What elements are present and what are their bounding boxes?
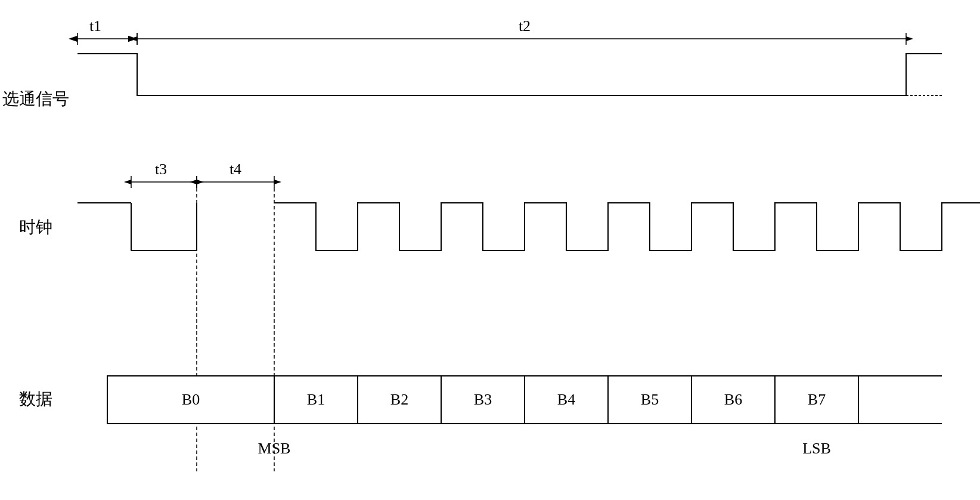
lsb-label: LSB: [802, 440, 831, 457]
svg-marker-5: [906, 36, 913, 41]
clock-label: 时钟: [19, 218, 52, 236]
t2-label: t2: [519, 17, 531, 35]
strobe-label: 选通信号: [2, 89, 69, 108]
b6-label: B6: [724, 391, 742, 408]
t4-label: t4: [230, 161, 241, 178]
svg-marker-11: [124, 180, 131, 184]
data-label: 数据: [19, 390, 52, 408]
b7-label: B7: [808, 391, 826, 408]
t3-label: t3: [155, 161, 167, 178]
svg-marker-6: [130, 36, 137, 41]
b1-label: B1: [307, 391, 325, 408]
t1-label: t1: [89, 17, 101, 35]
b3-label: B3: [474, 391, 492, 408]
b4-label: B4: [557, 391, 575, 408]
timing-diagram: t1 t2 选通信号 t3 t4: [0, 0, 980, 500]
svg-marker-16: [190, 180, 197, 184]
svg-marker-15: [274, 180, 281, 184]
b5-label: B5: [641, 391, 659, 408]
msb-label: MSB: [258, 440, 291, 457]
b2-label: B2: [390, 391, 408, 408]
b0-label: B0: [182, 391, 200, 408]
